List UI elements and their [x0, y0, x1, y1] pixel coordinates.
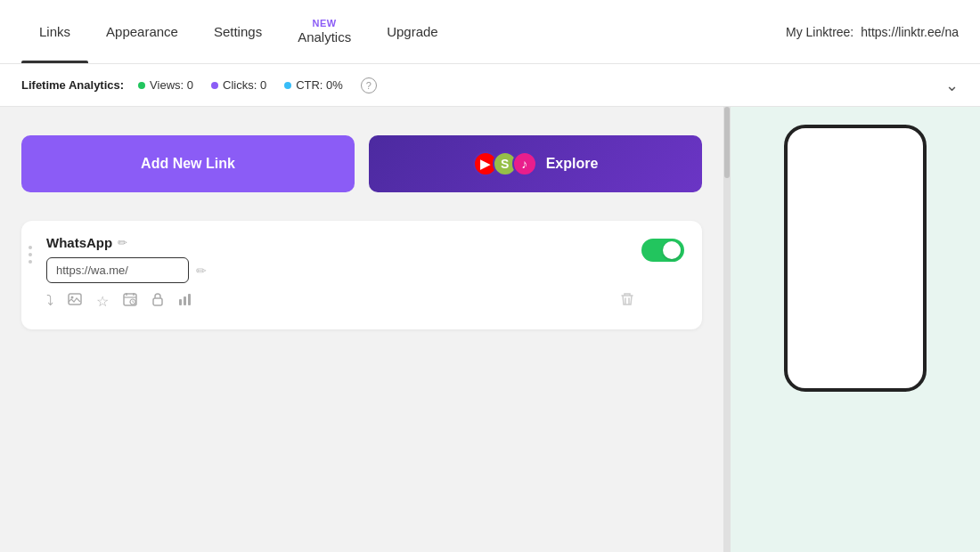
clicks-stat: Clicks: 0	[211, 78, 266, 92]
svg-rect-9	[153, 298, 162, 305]
tab-appearance[interactable]: Appearance	[88, 0, 196, 63]
add-new-link-button[interactable]: Add New Link	[21, 135, 355, 192]
link-url-row: https://wa.me/ ✏	[46, 257, 634, 283]
nav-tabs: Links Appearance Settings NEW Analytics …	[21, 0, 456, 63]
help-icon[interactable]: ?	[361, 77, 377, 93]
drag-dot-3	[29, 260, 32, 264]
chevron-down-icon[interactable]: ⌄	[945, 76, 959, 95]
link-card-whatsapp: WhatsApp ✏ https://wa.me/ ✏ ⤵	[21, 221, 702, 329]
tab-analytics[interactable]: NEW Analytics	[280, 0, 369, 63]
explore-label: Explore	[546, 156, 599, 172]
svg-rect-10	[179, 299, 182, 305]
lifetime-analytics-label: Lifetime Analytics:	[21, 78, 124, 92]
my-linktree-url[interactable]: https://linktr.ee/na	[861, 25, 959, 39]
svg-rect-12	[188, 294, 191, 305]
star-icon[interactable]: ☆	[96, 293, 109, 310]
link-toggle[interactable]	[641, 239, 684, 262]
views-value: Views: 0	[150, 78, 193, 92]
tab-upgrade[interactable]: Upgrade	[369, 0, 456, 63]
my-linktree-label: My Linktree:	[786, 25, 853, 39]
svg-rect-11	[184, 296, 186, 305]
analytics-bar: Lifetime Analytics: Views: 0 Clicks: 0 C…	[0, 64, 980, 107]
add-child-icon[interactable]: ⤵	[46, 293, 53, 309]
thumbnail-icon[interactable]	[68, 292, 82, 310]
link-actions-row: ⤵ ☆	[46, 292, 634, 310]
tab-links[interactable]: Links	[21, 0, 88, 63]
views-stat: Views: 0	[138, 78, 193, 92]
link-url-box[interactable]: https://wa.me/	[46, 257, 189, 283]
scrollbar[interactable]	[723, 107, 731, 552]
link-title-row: WhatsApp ✏	[46, 235, 634, 250]
explore-button[interactable]: ▶ S ♪ Explore	[369, 135, 702, 192]
explore-icons: ▶ S ♪	[473, 151, 537, 176]
tab-settings[interactable]: Settings	[196, 0, 280, 63]
top-nav: Links Appearance Settings NEW Analytics …	[0, 0, 980, 64]
right-panel	[731, 107, 980, 552]
ctr-value: CTR: 0%	[296, 78, 343, 92]
drag-handle[interactable]	[21, 235, 39, 274]
toggle-thumb	[663, 241, 681, 259]
scrollbar-thumb[interactable]	[724, 107, 730, 178]
drag-dot-1	[29, 246, 32, 249]
views-dot	[138, 82, 145, 89]
schedule-icon[interactable]	[123, 292, 137, 310]
left-panel: Add New Link ▶ S ♪ Explore	[0, 107, 723, 552]
delete-icon[interactable]	[620, 292, 634, 310]
tab-appearance-label: Appearance	[106, 24, 178, 39]
drag-dots	[29, 246, 32, 264]
svg-point-1	[71, 296, 74, 299]
svg-rect-0	[69, 294, 81, 304]
tab-links-label: Links	[39, 24, 70, 39]
tab-settings-label: Settings	[214, 24, 262, 39]
buttons-row: Add New Link ▶ S ♪ Explore	[21, 135, 702, 192]
analytics-new-badge: NEW	[313, 19, 337, 28]
lock-icon[interactable]	[151, 292, 164, 310]
nav-right: My Linktree: https://linktr.ee/na	[786, 0, 959, 63]
ctr-stat: CTR: 0%	[284, 78, 343, 92]
phone-mockup	[784, 125, 927, 392]
clicks-dot	[211, 82, 218, 89]
chart-icon[interactable]	[178, 292, 192, 310]
music-icon: ♪	[512, 151, 537, 176]
main-area: Add New Link ▶ S ♪ Explore	[0, 107, 980, 552]
edit-title-icon[interactable]: ✏	[118, 236, 127, 249]
ctr-dot	[284, 82, 291, 89]
edit-url-icon[interactable]: ✏	[196, 264, 207, 278]
link-title: WhatsApp	[46, 235, 112, 250]
tab-upgrade-label: Upgrade	[387, 24, 438, 39]
tab-analytics-label: Analytics	[298, 29, 351, 45]
link-card-content: WhatsApp ✏ https://wa.me/ ✏ ⤵	[46, 235, 634, 310]
link-card-right	[641, 235, 688, 315]
clicks-value: Clicks: 0	[223, 78, 266, 92]
drag-dot-2	[29, 253, 32, 256]
